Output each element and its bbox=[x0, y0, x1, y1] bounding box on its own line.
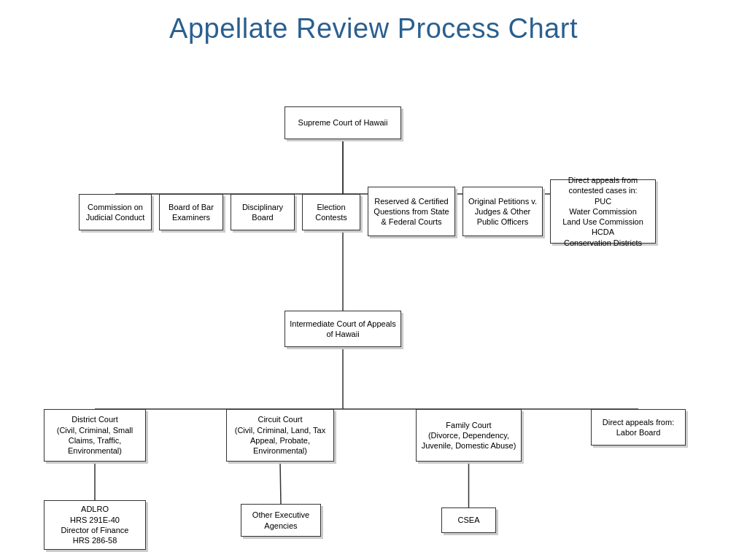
commission-node: Commission on Judicial Conduct bbox=[79, 194, 152, 230]
supreme-court-node: Supreme Court of Hawaii bbox=[285, 106, 401, 139]
svg-line-17 bbox=[280, 462, 281, 504]
district-court-node: District Court (Civil, Criminal, Small C… bbox=[44, 409, 146, 462]
election-contests-node: Election Contests bbox=[302, 194, 360, 230]
csea-node: CSEA bbox=[441, 508, 496, 533]
original-petitions-node: Original Petitions v. Judges & Other Pub… bbox=[462, 187, 543, 236]
family-court-node: Family Court (Divorce, Dependency, Juven… bbox=[416, 409, 522, 462]
direct-appeals-supreme-node: Direct appeals from contested cases in: … bbox=[550, 179, 656, 244]
direct-appeals-labor-node: Direct appeals from: Labor Board bbox=[591, 409, 686, 446]
other-exec-agencies-node: Other Executive Agencies bbox=[241, 504, 321, 537]
chart-container: Supreme Court of Hawaii Commission on Ju… bbox=[0, 52, 747, 560]
page-title: Appellate Review Process Chart bbox=[0, 0, 747, 52]
intermediate-court-node: Intermediate Court of Appeals of Hawaii bbox=[285, 311, 401, 347]
adlro-node: ADLRO HRS 291E-40 Director of Finance HR… bbox=[44, 500, 146, 550]
disciplinary-board-node: Disciplinary Board bbox=[231, 194, 295, 230]
reserved-certified-node: Reserved & Certified Questions from Stat… bbox=[368, 187, 455, 236]
bar-examiners-node: Board of Bar Examiners bbox=[159, 194, 223, 230]
circuit-court-node: Circuit Court (Civil, Criminal, Land, Ta… bbox=[226, 409, 334, 462]
